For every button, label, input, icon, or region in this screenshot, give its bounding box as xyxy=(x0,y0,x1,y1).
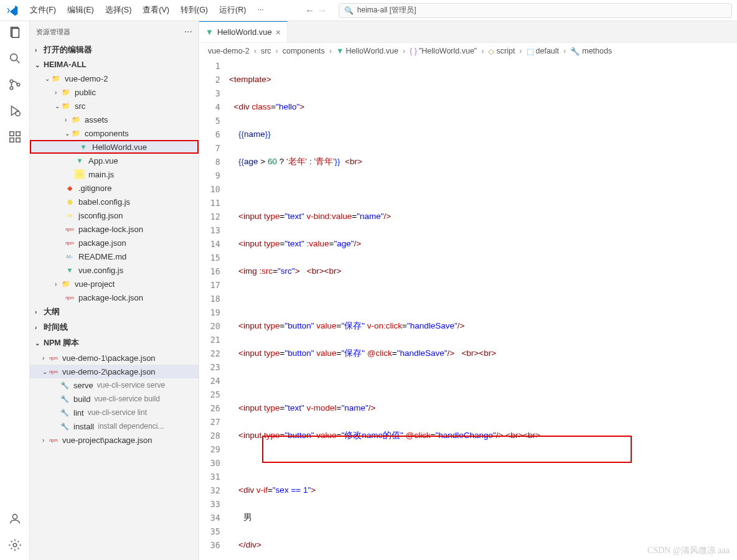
menu-more[interactable]: ··· xyxy=(253,2,267,18)
file-vueconfig[interactable]: ▼vue.config.js xyxy=(30,263,199,277)
crumb[interactable]: ⬚ default xyxy=(527,47,560,56)
open-editors-label: 打开的编辑器 xyxy=(44,45,92,55)
sidebar-title: 资源管理器 xyxy=(36,27,70,37)
npm-icon: npm xyxy=(49,353,59,363)
crumb[interactable]: components xyxy=(283,47,325,55)
npm-label: NPM 脚本 xyxy=(44,338,79,348)
crumb[interactable]: { } "HelloWorld.vue" xyxy=(410,47,477,55)
folder-vuedemo2[interactable]: ⌄📁vue-demo-2 xyxy=(30,72,199,85)
file-gitignore[interactable]: ◆.gitignore xyxy=(30,181,199,195)
crumb[interactable]: vue-demo-2 xyxy=(208,47,250,55)
folder-assets[interactable]: ›📁assets xyxy=(30,113,199,126)
menu-edit[interactable]: 编辑(E) xyxy=(63,2,98,18)
vue-icon: ▼ xyxy=(205,27,214,37)
project-head[interactable]: ⌄HEIMA-ALL xyxy=(30,58,199,72)
folder-vueproject[interactable]: ›📁vue-project xyxy=(30,277,199,291)
extensions-icon[interactable] xyxy=(7,129,22,144)
npm-install[interactable]: 🔧installinstall dependenci... xyxy=(30,419,199,433)
close-icon[interactable]: × xyxy=(276,27,281,37)
svg-line-3 xyxy=(16,60,19,63)
wrench-icon: 🔧 xyxy=(60,408,70,418)
gear-icon[interactable] xyxy=(7,538,22,553)
vue-icon: ▼ xyxy=(78,142,88,152)
tab-helloworld[interactable]: ▼ HelloWorld.vue × xyxy=(199,21,288,42)
outline-head[interactable]: ›大纲 xyxy=(30,304,199,320)
account-icon[interactable] xyxy=(7,511,22,526)
npm-serve[interactable]: 🔧servevue-cli-service serve xyxy=(30,378,199,392)
md-icon: M↓ xyxy=(65,251,75,261)
wrench-icon: 🔧 xyxy=(60,421,70,431)
svg-rect-10 xyxy=(9,138,13,142)
folder-public[interactable]: ›📁public xyxy=(30,85,199,99)
folder-components[interactable]: ⌄📁components xyxy=(30,126,199,140)
js-icon: JS xyxy=(75,169,85,179)
npm-p3[interactable]: ›npmvue-project\package.json xyxy=(30,433,199,447)
crumb[interactable]: ◇ script xyxy=(488,47,515,56)
explorer-icon[interactable] xyxy=(7,25,22,40)
svg-point-13 xyxy=(12,515,17,519)
npm-icon: npm xyxy=(49,435,59,445)
vue-icon: ▼ xyxy=(65,265,75,275)
svg-rect-1 xyxy=(12,29,19,38)
svg-point-5 xyxy=(10,86,13,90)
search-text: heima-all [管理员] xyxy=(357,5,416,16)
file-pkg[interactable]: npmpackage.json xyxy=(30,236,199,250)
npm-lint[interactable]: 🔧lintvue-cli-service lint xyxy=(30,406,199,419)
sidebar-more-icon[interactable]: ··· xyxy=(184,26,192,37)
folder-icon: 📁 xyxy=(51,73,61,83)
open-editors-head[interactable]: ›打开的编辑器 xyxy=(30,42,199,58)
debug-icon[interactable] xyxy=(7,103,22,118)
folder-icon: 📁 xyxy=(71,128,81,138)
crumb[interactable]: ▼ HelloWorld.vue xyxy=(336,47,398,55)
nav-back-icon[interactable]: ← xyxy=(305,5,315,16)
timeline-head[interactable]: ›时间线 xyxy=(30,320,199,335)
svg-point-8 xyxy=(15,111,19,116)
npm-head[interactable]: ⌄NPM 脚本 xyxy=(30,335,199,351)
file-appvue[interactable]: ▼App.vue xyxy=(30,154,199,167)
folder-icon: 📁 xyxy=(71,114,81,124)
vue-icon: ▼ xyxy=(75,156,85,166)
file-jsconfig[interactable]: JSjsconfig.json xyxy=(30,208,199,222)
npm-build[interactable]: 🔧buildvue-cli-service build xyxy=(30,392,199,406)
npm-p1[interactable]: ›npmvue-demo-1\package.json xyxy=(30,351,199,365)
wrench-icon: 🔧 xyxy=(60,380,70,390)
babel-icon: ⬤ xyxy=(65,197,75,207)
menu-select[interactable]: 选择(S) xyxy=(101,2,136,18)
project-label: HEIMA-ALL xyxy=(44,60,87,69)
crumb[interactable]: src xyxy=(261,47,271,55)
svg-point-2 xyxy=(10,54,17,61)
code-editor[interactable]: 1234567891011121314151617181920212223242… xyxy=(199,59,737,560)
nav-fwd-icon[interactable]: → xyxy=(317,5,327,16)
npm-icon: npm xyxy=(65,292,75,302)
npm-p2[interactable]: ⌄npmvue-demo-2\package.json xyxy=(30,365,199,378)
timeline-label: 时间线 xyxy=(44,322,68,333)
menu-goto[interactable]: 转到(G) xyxy=(177,2,212,18)
command-center[interactable]: 🔍 heima-all [管理员] xyxy=(339,3,732,18)
breadcrumb[interactable]: vue-demo-2› src› components› ▼ HelloWorl… xyxy=(199,43,737,59)
file-pkglock2[interactable]: npmpackage-lock.json xyxy=(30,291,199,304)
search-icon: 🔍 xyxy=(344,6,354,15)
file-pkglock[interactable]: npmpackage-lock.json xyxy=(30,222,199,236)
svg-point-14 xyxy=(13,543,17,547)
file-helloworld[interactable]: ▼HelloWorld.vue xyxy=(30,140,199,154)
svg-point-4 xyxy=(10,80,13,83)
menu-view[interactable]: 查看(V) xyxy=(139,2,173,18)
file-readme[interactable]: M↓README.md xyxy=(30,250,199,263)
npm-icon: npm xyxy=(65,224,75,234)
svg-rect-12 xyxy=(16,132,19,136)
tab-label: HelloWorld.vue xyxy=(217,27,272,37)
file-mainjs[interactable]: JSmain.js xyxy=(30,167,199,181)
svg-rect-9 xyxy=(9,132,13,136)
crumb[interactable]: 🔧 methods xyxy=(570,47,612,56)
menu-file[interactable]: 文件(F) xyxy=(26,2,60,18)
npm-icon: npm xyxy=(49,366,59,376)
folder-icon: 📁 xyxy=(61,279,71,289)
menu-run[interactable]: 运行(R) xyxy=(215,2,250,18)
svg-rect-11 xyxy=(16,138,19,142)
file-babel[interactable]: ⬤babel.config.js xyxy=(30,195,199,208)
git-icon: ◆ xyxy=(65,183,75,193)
folder-icon: 📁 xyxy=(61,87,71,97)
scm-icon[interactable] xyxy=(7,77,22,92)
search-icon[interactable] xyxy=(7,51,22,66)
folder-src[interactable]: ⌄📁src xyxy=(30,99,199,113)
